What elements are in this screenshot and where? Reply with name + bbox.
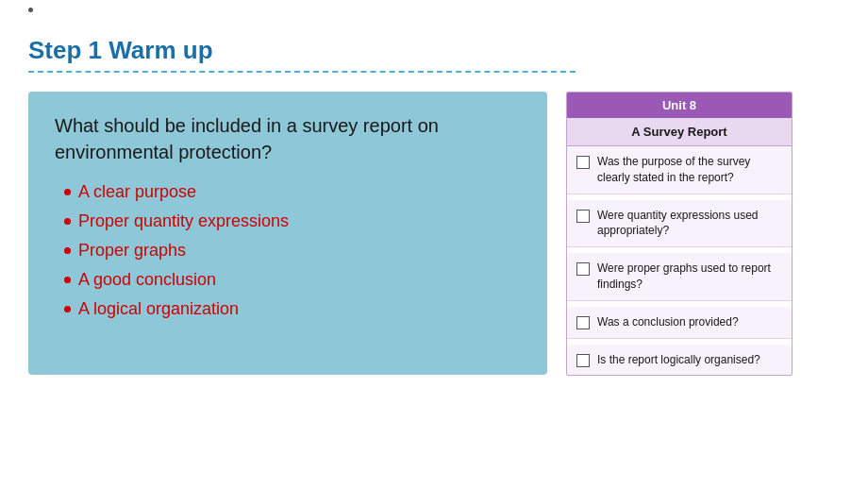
bullet-icon — [64, 218, 71, 225]
bullet-icon — [64, 306, 71, 312]
checklist-item-5: Is the report logically organised? — [567, 345, 792, 376]
checklist-item-text-2: Were quantity expressions used appropria… — [597, 208, 782, 240]
page-container: Step 1 Warm up What should be included i… — [0, 0, 868, 489]
checkbox-1[interactable] — [576, 156, 590, 169]
bullet-list: A clear purpose Proper quantity expressi… — [55, 182, 521, 319]
checklist-item-4: Was a conclusion provided? — [567, 307, 792, 339]
checkbox-3[interactable] — [576, 262, 590, 276]
bullet-icon — [64, 247, 71, 254]
left-content-box: What should be included in a survey repo… — [28, 92, 547, 375]
list-item-text: A clear purpose — [78, 182, 196, 202]
list-item-text: A logical organization — [78, 299, 239, 319]
right-checklist-card: Unit 8 A Survey Report Was the purpose o… — [566, 92, 793, 376]
step-heading: Step 1 Warm up — [28, 36, 840, 65]
checklist-item-2: Were quantity expressions used appropria… — [567, 200, 792, 248]
list-item: Proper graphs — [64, 241, 521, 261]
checkbox-5[interactable] — [576, 354, 590, 367]
list-item-text: Proper quantity expressions — [78, 211, 289, 231]
top-dot — [28, 8, 33, 12]
checklist-item-text-1: Was the purpose of the survey clearly st… — [597, 154, 782, 186]
list-item-text: Proper graphs — [78, 241, 186, 261]
checklist-item-1: Was the purpose of the survey clearly st… — [567, 146, 792, 194]
card-unit-header: Unit 8 — [567, 93, 792, 118]
card-title-header: A Survey Report — [567, 118, 792, 146]
list-item: A good conclusion — [64, 270, 521, 290]
dashed-divider — [28, 71, 576, 73]
checklist-item-3: Were proper graphs used to report findin… — [567, 253, 792, 301]
bullet-icon — [64, 189, 71, 195]
checklist-item-text-5: Is the report logically organised? — [597, 352, 760, 368]
list-item: A clear purpose — [64, 182, 521, 202]
checklist-item-text-3: Were proper graphs used to report findin… — [597, 261, 782, 293]
list-item: Proper quantity expressions — [64, 211, 521, 231]
main-question: What should be included in a survey repo… — [55, 112, 521, 165]
bullet-icon — [64, 277, 71, 283]
checkbox-2[interactable] — [576, 210, 590, 223]
main-content: What should be included in a survey repo… — [28, 92, 840, 376]
list-item-text: A good conclusion — [78, 270, 216, 290]
list-item: A logical organization — [64, 299, 521, 319]
checkbox-4[interactable] — [576, 316, 590, 329]
checklist-item-text-4: Was a conclusion provided? — [597, 314, 739, 330]
